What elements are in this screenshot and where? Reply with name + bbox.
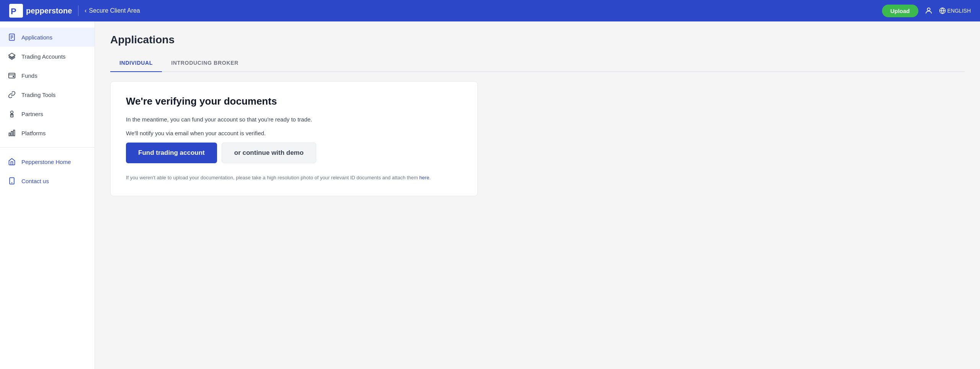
card-title: We're verifying your documents bbox=[126, 95, 462, 107]
back-button[interactable]: ‹ Secure Client Area bbox=[85, 7, 140, 14]
sidebar-label-applications: Applications bbox=[21, 34, 52, 41]
svg-point-2 bbox=[927, 8, 930, 11]
back-icon: ‹ bbox=[85, 7, 87, 14]
link-icon bbox=[8, 90, 16, 99]
globe-icon bbox=[939, 7, 946, 14]
app-layout: Applications Trading Accounts Funds bbox=[0, 0, 980, 369]
person-badge-icon bbox=[8, 110, 16, 118]
card-note-text: If you weren't able to upload your docum… bbox=[126, 175, 418, 180]
sidebar-label-pepperstone-home: Pepperstone Home bbox=[21, 159, 71, 165]
sidebar-item-trading-accounts[interactable]: Trading Accounts bbox=[0, 47, 95, 66]
sidebar-label-funds: Funds bbox=[21, 72, 38, 79]
svg-rect-14 bbox=[9, 133, 10, 136]
page-title: Applications bbox=[110, 34, 965, 46]
main-content: Applications INDIVIDUAL INTRODUCING BROK… bbox=[95, 21, 980, 369]
sidebar-divider bbox=[0, 147, 95, 148]
sidebar-item-trading-tools[interactable]: Trading Tools bbox=[0, 85, 95, 104]
verification-card: We're verifying your documents In the me… bbox=[110, 81, 478, 196]
sidebar-label-trading-accounts: Trading Accounts bbox=[21, 53, 65, 60]
tab-introducing-broker[interactable]: INTRODUCING BROKER bbox=[162, 55, 248, 72]
app-header: P pepperstone ‹ Secure Client Area Uploa… bbox=[0, 0, 980, 21]
svg-rect-12 bbox=[11, 114, 13, 117]
svg-rect-9 bbox=[9, 73, 15, 78]
language-label: ENGLISH bbox=[947, 8, 971, 14]
svg-point-11 bbox=[11, 111, 13, 114]
sidebar-label-partners: Partners bbox=[21, 111, 43, 117]
phone-icon bbox=[8, 177, 16, 185]
card-text-2: We'll notify you via email when your acc… bbox=[126, 129, 462, 138]
continue-with-demo-button[interactable]: or continue with demo bbox=[222, 143, 316, 163]
sidebar-label-trading-tools: Trading Tools bbox=[21, 92, 56, 98]
sidebar-label-platforms: Platforms bbox=[21, 130, 46, 136]
header-title: Secure Client Area bbox=[89, 7, 140, 14]
sidebar-item-funds[interactable]: Funds bbox=[0, 66, 95, 85]
chart-icon bbox=[8, 129, 16, 137]
header-divider bbox=[78, 5, 78, 16]
sidebar-item-contact-us[interactable]: Contact us bbox=[0, 171, 95, 190]
wallet-icon bbox=[8, 71, 16, 80]
svg-point-10 bbox=[13, 76, 14, 77]
svg-rect-15 bbox=[11, 131, 12, 136]
sidebar: Applications Trading Accounts Funds bbox=[0, 21, 95, 369]
upload-button[interactable]: Upload bbox=[882, 5, 918, 17]
sidebar-item-platforms[interactable]: Platforms bbox=[0, 123, 95, 143]
sidebar-item-pepperstone-home[interactable]: Pepperstone Home bbox=[0, 152, 95, 171]
card-text-1: In the meantime, you can fund your accou… bbox=[126, 115, 462, 124]
action-buttons: Fund trading account or continue with de… bbox=[126, 143, 462, 163]
sidebar-item-applications[interactable]: Applications bbox=[0, 28, 95, 47]
card-note-end: . bbox=[429, 175, 431, 180]
account-icon[interactable] bbox=[924, 7, 933, 15]
svg-rect-16 bbox=[13, 130, 15, 136]
tabs: INDIVIDUAL INTRODUCING BROKER bbox=[110, 55, 965, 72]
home-icon bbox=[8, 157, 16, 166]
fund-trading-account-button[interactable]: Fund trading account bbox=[126, 143, 217, 163]
sidebar-item-partners[interactable]: Partners bbox=[0, 104, 95, 123]
logo-text: pepperstone bbox=[26, 7, 72, 15]
document-icon bbox=[8, 33, 16, 41]
sidebar-label-contact-us: Contact us bbox=[21, 178, 49, 184]
tab-individual[interactable]: INDIVIDUAL bbox=[110, 55, 162, 72]
header-right: Upload ENGLISH bbox=[882, 5, 971, 17]
language-selector[interactable]: ENGLISH bbox=[939, 7, 971, 14]
svg-text:P: P bbox=[11, 7, 16, 16]
pepperstone-logo-icon: P bbox=[9, 4, 23, 18]
logo[interactable]: P pepperstone bbox=[9, 4, 72, 18]
card-note: If you weren't able to upload your docum… bbox=[126, 174, 462, 182]
here-link[interactable]: here bbox=[419, 175, 429, 180]
layers-icon bbox=[8, 52, 16, 61]
